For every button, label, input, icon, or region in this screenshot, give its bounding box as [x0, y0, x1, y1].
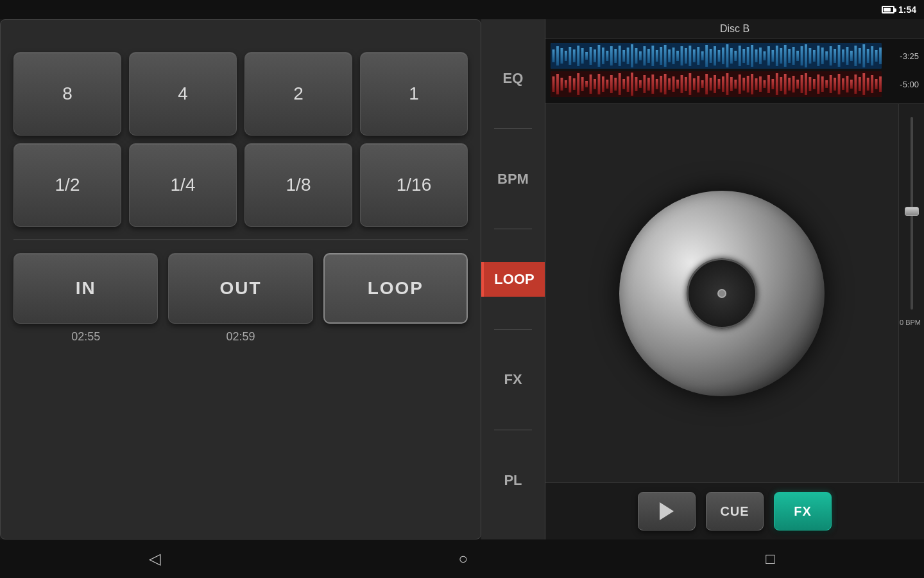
left-panel: 8 4 2 1 1/2 1/4 1/8 1/16 IN OUT LOOP 02:…	[0, 19, 481, 539]
fx-button[interactable]: FX	[774, 492, 832, 530]
svg-rect-28	[664, 45, 667, 67]
svg-rect-55	[776, 46, 778, 66]
svg-rect-42	[722, 48, 724, 64]
svg-rect-88	[577, 73, 579, 95]
svg-rect-147	[821, 76, 824, 92]
back-button[interactable]: ◁	[136, 545, 173, 573]
svg-rect-89	[581, 77, 584, 91]
svg-rect-99	[622, 79, 625, 89]
svg-rect-122	[718, 79, 721, 89]
svg-rect-10	[590, 47, 592, 65]
svg-rect-157	[862, 73, 865, 95]
svg-rect-101	[631, 73, 633, 96]
loop-btn-half[interactable]: 1/2	[13, 143, 121, 227]
svg-rect-59	[792, 47, 795, 65]
svg-rect-130	[751, 74, 753, 94]
svg-rect-154	[850, 80, 853, 89]
in-time: 02:55	[13, 330, 158, 344]
svg-rect-135	[771, 79, 774, 89]
svg-rect-61	[801, 46, 803, 66]
svg-rect-7	[577, 46, 579, 66]
svg-rect-132	[759, 76, 762, 92]
svg-rect-63	[809, 48, 811, 64]
play-button[interactable]	[638, 492, 696, 530]
waveform-blue	[551, 43, 882, 69]
menu-item-eq[interactable]: EQ	[481, 61, 545, 96]
svg-rect-145	[813, 79, 816, 89]
svg-rect-50	[755, 49, 758, 62]
empty-time	[323, 330, 468, 344]
loop-btn-eighth[interactable]: 1/8	[244, 143, 352, 227]
dj-area: Disc B	[545, 19, 924, 539]
loop-btn-8[interactable]: 8	[13, 52, 121, 136]
svg-rect-136	[776, 73, 778, 95]
svg-rect-51	[759, 48, 762, 64]
turntable[interactable]	[619, 191, 825, 396]
loop-btn-1[interactable]: 1	[360, 52, 468, 136]
svg-rect-80	[879, 48, 882, 64]
cue-button[interactable]: CUE	[706, 492, 764, 530]
menu-divider-2	[494, 229, 532, 229]
svg-rect-13	[602, 48, 604, 64]
svg-rect-17	[619, 46, 621, 66]
svg-rect-83	[556, 74, 559, 94]
svg-rect-126	[734, 80, 737, 89]
svg-rect-65	[817, 46, 819, 66]
svg-rect-67	[825, 51, 828, 60]
svg-rect-100	[627, 76, 629, 92]
svg-rect-64	[813, 50, 816, 62]
svg-rect-143	[805, 73, 807, 95]
loop-btn-2[interactable]: 2	[244, 52, 352, 136]
svg-rect-139	[788, 78, 791, 91]
svg-rect-90	[585, 81, 588, 87]
recent-button[interactable]: □	[753, 545, 788, 573]
menu-item-loop[interactable]: LOOP	[481, 262, 545, 297]
loop-button[interactable]: LOOP	[323, 253, 468, 324]
svg-rect-49	[751, 45, 753, 67]
in-button[interactable]: IN	[13, 253, 158, 324]
svg-rect-35	[693, 49, 696, 62]
bottom-controls: CUE FX	[545, 482, 924, 539]
svg-rect-27	[660, 47, 662, 65]
pitch-slider-thumb[interactable]	[905, 207, 919, 216]
svg-rect-58	[788, 49, 791, 63]
divider	[13, 240, 468, 240]
svg-rect-33	[685, 48, 687, 64]
svg-rect-113	[681, 75, 683, 93]
svg-rect-62	[805, 44, 807, 67]
svg-rect-112	[676, 80, 679, 89]
home-button[interactable]: ○	[445, 545, 481, 573]
svg-rect-76	[862, 44, 865, 67]
svg-rect-92	[594, 79, 596, 89]
svg-rect-141	[796, 80, 799, 89]
play-icon	[660, 502, 674, 520]
svg-rect-4	[565, 51, 567, 61]
loop-btn-4[interactable]: 4	[129, 52, 237, 136]
waveform-red	[551, 71, 882, 97]
svg-rect-120	[710, 78, 712, 91]
svg-rect-21	[635, 48, 638, 64]
svg-rect-14	[606, 51, 608, 61]
menu-divider-4	[494, 430, 532, 430]
right-panel: EQ BPM LOOP FX PL Disc B	[481, 19, 924, 539]
svg-rect-70	[838, 45, 841, 67]
svg-rect-39	[710, 49, 712, 63]
svg-rect-31	[676, 51, 679, 61]
svg-rect-114	[685, 77, 687, 91]
menu-item-pl[interactable]: PL	[481, 463, 545, 498]
out-button[interactable]: OUT	[168, 253, 312, 324]
menu-item-bpm[interactable]: BPM	[481, 162, 545, 197]
svg-rect-46	[739, 46, 741, 66]
loop-btn-quarter[interactable]: 1/4	[129, 143, 237, 227]
status-bar: 1:54	[0, 0, 924, 19]
svg-rect-54	[771, 50, 774, 62]
timestamps: 02:55 02:59	[13, 330, 468, 344]
menu-item-fx[interactable]: FX	[481, 362, 545, 397]
svg-rect-93	[598, 74, 601, 94]
svg-rect-25	[651, 46, 654, 66]
loop-btn-sixteenth[interactable]: 1/16	[360, 143, 468, 227]
waveform-container: -3:25	[545, 39, 924, 104]
svg-rect-103	[639, 80, 642, 88]
svg-rect-127	[739, 74, 741, 94]
svg-rect-68	[830, 46, 832, 66]
